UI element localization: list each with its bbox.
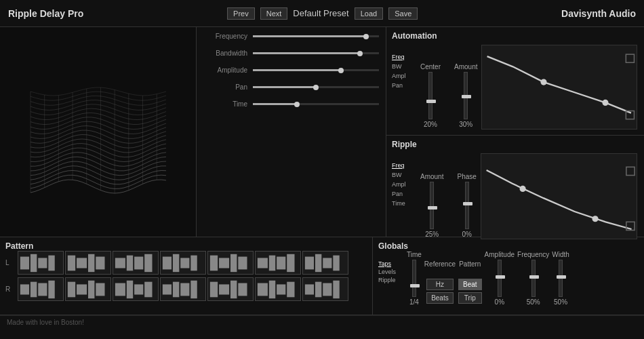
svg-rect-18 [134,257,143,270]
bandwidth-slider[interactable] [253,52,379,54]
automation-center-col: Center 20% [420,63,441,128]
globals-content: Taps Levels Ripple Time 1/4 Reference Hz… [378,251,639,306]
ripple-labels: Freq BW Ampl Pan Time [392,152,418,240]
beats-button[interactable]: Beats [426,292,454,304]
svg-rect-55 [238,283,247,296]
globals-time-slider[interactable] [412,260,416,297]
pattern-row-L: L [5,251,367,275]
globals-time-value: 1/4 [409,298,419,306]
automation-center-slider[interactable] [428,72,432,119]
pattern-block[interactable] [160,251,206,275]
pattern-block[interactable] [65,251,111,275]
ripple-phase-col: Phase 0% [457,173,476,238]
automation-graph [481,45,637,129]
pan-slider[interactable] [253,86,379,88]
prev-button[interactable]: Prev [227,7,255,20]
pattern-block[interactable] [207,251,254,275]
globals-width-value: 50% [554,298,567,306]
beat-button[interactable]: Beat [458,279,482,290]
svg-rect-62 [323,283,331,296]
automation-center-thumb[interactable] [426,100,436,103]
globals-label-taps[interactable]: Taps [378,260,404,267]
svg-rect-38 [38,283,47,296]
globals-amplitude-col: Amplitude 0% [485,251,515,306]
globals-frequency-thumb[interactable] [529,275,539,279]
ripple-amount-slider[interactable] [430,182,434,229]
footer: Made with love in Boston! [0,315,644,329]
svg-rect-61 [315,282,321,298]
time-slider[interactable] [253,103,379,105]
trip-button[interactable]: Trip [458,292,482,304]
pattern-block[interactable] [65,277,111,301]
bottom-panel: Pattern L [0,237,644,315]
svg-rect-49 [173,282,179,298]
ripple-amount-thumb[interactable] [428,206,437,210]
load-button[interactable]: Load [355,7,383,20]
globals-width-slider[interactable] [559,260,563,297]
svg-rect-52 [210,282,218,298]
globals-labels: Taps Levels Ripple [378,251,404,283]
svg-rect-40 [68,282,75,298]
svg-rect-6 [626,167,635,176]
automation-label-freq[interactable]: Freq [392,53,418,61]
svg-rect-60 [305,284,314,294]
globals-label-ripple[interactable]: Ripple [378,277,404,283]
svg-rect-2 [626,54,635,62]
pattern-label-L: L [5,259,15,266]
pattern-block[interactable] [18,277,64,301]
brand-name: Davisynth Audio [561,8,636,19]
pattern-block[interactable] [255,251,301,275]
automation-center-value: 20% [424,121,437,128]
ripple-label-freq[interactable]: Freq [392,161,418,170]
globals-time-thumb[interactable] [410,284,420,287]
pattern-block[interactable] [113,251,159,275]
svg-rect-19 [144,254,152,272]
svg-rect-21 [173,254,179,272]
main-panel: /* generated below */ Frequency Bandwidt… [0,27,644,237]
right-panel: Automation Freq BW Ampl Pan Center 20% [386,27,644,237]
ripple-label-bw[interactable]: BW [392,171,418,179]
svg-rect-28 [258,258,268,268]
bandwidth-label: Bandwidth [203,49,247,57]
globals-amplitude-slider[interactable] [498,260,502,297]
amplitude-slider[interactable] [253,69,379,71]
pattern-block[interactable] [302,277,348,301]
automation-amount-thumb[interactable] [462,95,471,98]
frequency-row: Frequency [203,33,379,40]
next-button[interactable]: Next [260,7,288,20]
svg-point-0 [541,79,547,85]
pattern-block[interactable] [160,277,206,301]
pattern-block[interactable] [255,277,301,301]
globals-width-thumb[interactable] [557,275,566,279]
app-title: Ripple Delay Pro [8,8,83,19]
automation-label-ampl[interactable]: Ampl [392,72,418,80]
pattern-block[interactable] [207,277,254,301]
save-button[interactable]: Save [388,7,418,20]
pattern-title: Pattern [5,241,33,251]
svg-rect-24 [210,256,218,271]
globals-frequency-slider[interactable] [531,260,536,297]
pattern-block[interactable] [302,251,348,275]
hz-button[interactable]: Hz [426,279,454,290]
ripple-phase-thumb[interactable] [463,202,472,205]
svg-rect-13 [77,258,87,268]
globals-label-levels[interactable]: Levels [378,268,404,275]
ripple-label-pan[interactable]: Pan [392,190,418,198]
svg-rect-12 [68,256,75,271]
frequency-slider[interactable] [253,35,379,37]
automation-label-pan[interactable]: Pan [392,81,418,89]
automation-label-bw[interactable]: BW [392,62,418,71]
preset-name: Default Preset [293,8,348,18]
ripple-label-time[interactable]: Time [392,199,418,207]
pattern-block[interactable] [113,277,159,301]
svg-rect-27 [238,257,247,270]
globals-amplitude-thumb[interactable] [496,275,505,279]
waveform-panel: /* generated below */ [0,27,197,237]
ripple-label-ampl[interactable]: Ampl [392,180,418,188]
ripple-phase-slider[interactable] [465,182,469,229]
svg-rect-17 [127,256,133,271]
svg-rect-26 [230,254,237,272]
automation-amount-slider[interactable] [464,72,468,119]
pattern-block[interactable] [18,251,64,275]
svg-rect-14 [88,254,94,272]
